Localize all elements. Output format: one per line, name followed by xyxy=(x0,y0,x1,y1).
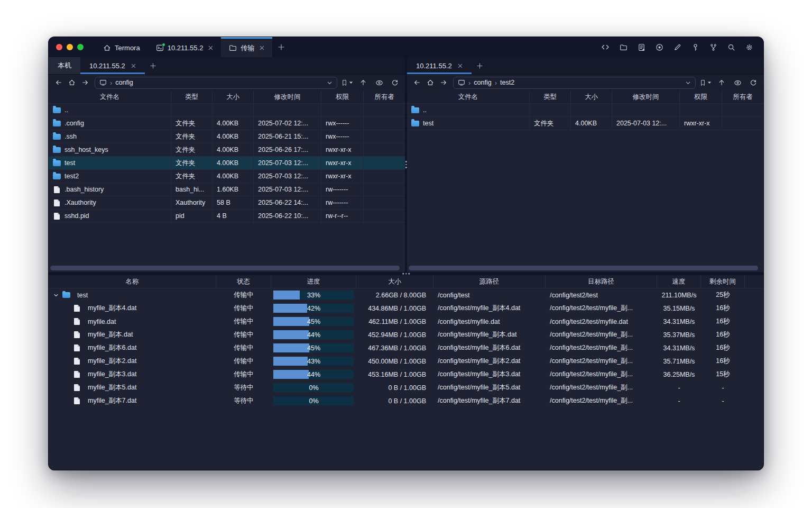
forward-button[interactable] xyxy=(79,77,91,88)
path-field[interactable]: ›config xyxy=(95,77,337,89)
pane-tab-server[interactable]: 10.211.55.2 xyxy=(80,57,145,74)
close-tab-button[interactable] xyxy=(208,46,213,50)
horizontal-scrollbar[interactable] xyxy=(409,266,758,270)
new-tab-button[interactable] xyxy=(272,37,290,57)
close-pane-tab-button[interactable] xyxy=(458,64,463,68)
column-header-remaining[interactable]: 剩余时间 xyxy=(701,275,745,288)
transfer-row[interactable]: myfile_副本3.dat 传输中 44% 453.16MB / 1.00GB… xyxy=(49,368,763,381)
file-row[interactable]: .Xauthority Xauthority 58 B 2025-06-22 1… xyxy=(49,196,405,210)
transfer-row[interactable]: test 传输中 33% 2.66GB / 8.00GB /config/tes… xyxy=(49,288,763,302)
column-header-source-path[interactable]: 源路径 xyxy=(433,275,546,288)
file-type-icon xyxy=(54,186,60,193)
new-pane-tab-button[interactable] xyxy=(145,57,162,74)
refresh-button[interactable] xyxy=(748,77,759,88)
expand-chevron-icon[interactable] xyxy=(53,293,59,298)
breadcrumb-segment[interactable]: config xyxy=(474,79,491,86)
breadcrumb-segment[interactable]: test2 xyxy=(500,79,514,86)
close-tab-button[interactable] xyxy=(260,46,264,50)
close-pane-tab-button[interactable] xyxy=(131,64,136,68)
edit-button[interactable] xyxy=(671,41,683,53)
maximize-window-button[interactable] xyxy=(77,44,84,50)
branch-button[interactable] xyxy=(707,41,719,53)
column-header-mtime[interactable]: 修改时间 xyxy=(612,90,680,103)
file-row[interactable]: test 文件夹 4.00KB 2025-07-03 12:... rwxr-x… xyxy=(49,157,405,170)
refresh-button[interactable] xyxy=(389,77,401,88)
file-row[interactable]: sshd.pid pid 4 B 2025-06-22 10:... rw-r-… xyxy=(49,210,405,223)
forward-button[interactable] xyxy=(438,77,449,88)
show-hidden-button[interactable] xyxy=(373,77,385,88)
new-pane-tab-button[interactable] xyxy=(472,57,488,74)
path-dropdown-button[interactable] xyxy=(327,80,333,86)
close-icon xyxy=(458,64,463,68)
column-header-filename[interactable]: 文件名 xyxy=(407,90,530,103)
file-row[interactable]: .ssh 文件夹 4.00KB 2025-06-21 15:... rwx---… xyxy=(49,130,405,143)
tab-termora-home[interactable]: Termora xyxy=(95,37,148,57)
column-header-filename[interactable]: 文件名 xyxy=(49,90,171,103)
column-header-owner[interactable]: 所有者 xyxy=(722,90,763,103)
column-header-target-path[interactable]: 目标路径 xyxy=(546,275,657,288)
column-header-permissions[interactable]: 权限 xyxy=(680,90,722,103)
column-header-progress[interactable]: 进度 xyxy=(271,275,356,288)
column-header-speed[interactable]: 速度 xyxy=(657,275,701,288)
file-row[interactable]: .bash_history bash_hi... 1.60KB 2025-07-… xyxy=(49,183,405,196)
path-dropdown-button[interactable] xyxy=(685,80,691,86)
column-header-size[interactable]: 大小 xyxy=(571,90,612,103)
show-hidden-button[interactable] xyxy=(732,77,743,88)
column-header-status[interactable]: 状态 xyxy=(216,275,271,288)
transfer-remaining: 16秒 xyxy=(701,328,745,341)
column-header-size[interactable]: 大小 xyxy=(356,275,433,288)
horizontal-splitter[interactable] xyxy=(49,272,763,275)
column-header-permissions[interactable]: 权限 xyxy=(321,90,364,103)
upload-button[interactable] xyxy=(716,77,727,88)
back-button[interactable] xyxy=(411,77,423,88)
transfer-row[interactable]: myfile_副本4.dat 传输中 42% 434.86MB / 1.00GB… xyxy=(49,302,763,315)
file-row[interactable]: .. xyxy=(49,104,405,117)
file-mtime: 2025-06-21 15:... xyxy=(254,130,321,143)
bookmark-button[interactable] xyxy=(341,79,353,86)
sftp-button[interactable] xyxy=(617,41,629,53)
transfer-row[interactable]: myfile_副本6.dat 传输中 45% 467.36MB / 1.00GB… xyxy=(49,341,763,355)
tab-transfer[interactable]: 传输 xyxy=(221,37,272,57)
file-row[interactable]: .config 文件夹 4.00KB 2025-07-02 12:... rwx… xyxy=(49,117,405,130)
column-header-owner[interactable]: 所有者 xyxy=(364,90,405,103)
file-row[interactable]: ssh_host_keys 文件夹 4.00KB 2025-06-26 17:.… xyxy=(49,143,405,157)
file-row[interactable]: .. xyxy=(407,104,763,117)
code-button[interactable] xyxy=(599,41,611,53)
back-button[interactable] xyxy=(53,77,64,88)
search-button[interactable] xyxy=(725,41,737,53)
transfer-remaining: - xyxy=(701,381,745,394)
column-header-name[interactable]: 名称 xyxy=(49,275,216,288)
close-window-button[interactable] xyxy=(56,44,62,50)
pane-tab-local[interactable]: 本机 xyxy=(49,57,80,74)
home-button[interactable] xyxy=(66,77,78,88)
traffic-lights xyxy=(49,37,95,57)
horizontal-scrollbar[interactable] xyxy=(50,266,400,270)
transfer-speed: 35.71MB/s xyxy=(657,355,701,368)
pane-tab-server[interactable]: 10.211.55.2 xyxy=(407,57,472,74)
minimize-window-button[interactable] xyxy=(67,44,73,50)
transfer-row[interactable]: myfile_副本7.dat 等待中 0% 0 B / 1.00GB /conf… xyxy=(49,394,763,407)
chevron-right-icon: › xyxy=(495,79,497,87)
transfer-row[interactable]: myfile_副本2.dat 传输中 43% 450.00MB / 1.00GB… xyxy=(49,355,763,368)
upload-button[interactable] xyxy=(357,77,369,88)
transfer-row[interactable]: myfile.dat 传输中 45% 462.11MB / 1.00GB /co… xyxy=(49,315,763,328)
tab-terminal-session[interactable]: 10.211.55.2 xyxy=(148,37,222,57)
file-row[interactable]: test2 文件夹 4.00KB 2025-07-03 12:... rwxr-… xyxy=(49,170,405,183)
home-button[interactable] xyxy=(425,77,436,88)
keys-button[interactable] xyxy=(689,41,701,53)
transfer-row[interactable]: myfile_副本.dat 传输中 44% 452.94MB / 1.00GB … xyxy=(49,328,763,341)
settings-button[interactable] xyxy=(743,41,755,53)
column-header-type[interactable]: 类型 xyxy=(171,90,213,103)
log-button[interactable] xyxy=(635,41,647,53)
record-button[interactable] xyxy=(653,41,665,53)
path-field[interactable]: ›config›test2 xyxy=(453,77,696,89)
transfer-spacer xyxy=(745,355,763,368)
column-header-type[interactable]: 类型 xyxy=(530,90,571,103)
column-header-mtime[interactable]: 修改时间 xyxy=(254,90,321,103)
breadcrumb-segment[interactable]: config xyxy=(115,79,133,86)
breadcrumb-segments: ›config xyxy=(110,79,133,87)
file-row[interactable]: test 文件夹 4.00KB 2025-07-03 12:... rwxr-x… xyxy=(407,117,763,130)
transfer-row[interactable]: myfile_副本5.dat 等待中 0% 0 B / 1.00GB /conf… xyxy=(49,381,763,394)
column-header-size[interactable]: 大小 xyxy=(213,90,254,103)
bookmark-button[interactable] xyxy=(699,79,712,86)
